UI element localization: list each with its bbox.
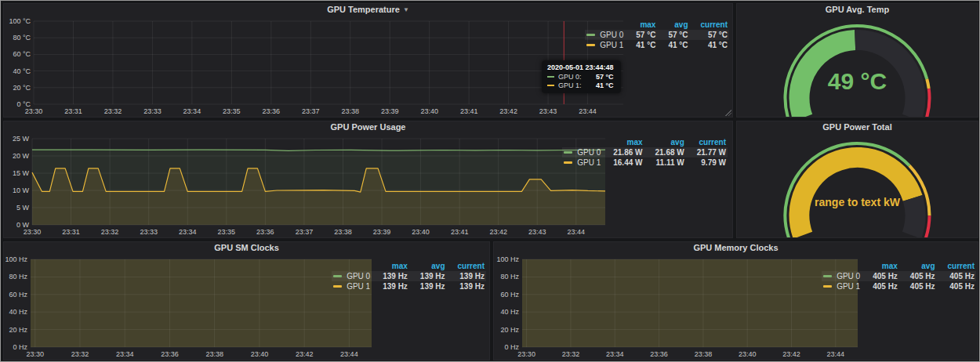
legend-row: GPU 0405 Hz405 Hz405 Hz [822, 271, 976, 281]
series-name[interactable]: GPU 0 [347, 272, 370, 281]
tooltip-series-row: GPU 0:57 °C [547, 73, 614, 81]
legend-header: max [372, 261, 409, 271]
grafana-dashboard: GPU Temperature▼ 0 °C20 °C40 °C60 °C80 °… [0, 0, 980, 362]
panel-title-gpu-temperature[interactable]: GPU Temperature▼ [4, 4, 732, 16]
panel-title-text: GPU Temperature [327, 5, 400, 14]
x-axis-tick-label: 23:39 [381, 107, 399, 115]
chart-canvas[interactable]: 0 W5 W10 W15 W20 W25 W23:3023:3123:3223:… [5, 134, 613, 237]
legend-header: current [690, 20, 729, 30]
legend-series[interactable]: GPU 1 [585, 40, 625, 50]
legend-row: GPU 1139 Hz139 Hz139 Hz [332, 281, 486, 291]
legend-header: max [602, 137, 644, 147]
gpu-memory-clocks-chart[interactable]: 0 Hz20 Hz40 Hz60 Hz80 Hz100 Hz23:3023:32… [495, 255, 862, 360]
legend-value: 57 °C [690, 30, 729, 40]
x-axis-tick-label: 23:30 [24, 228, 42, 236]
legend-row: GPU 057 °C57 °C57 °C [585, 30, 729, 40]
gauge-threshold-segment [925, 215, 930, 237]
y-axis-tick-label: 20 °C [13, 84, 31, 92]
x-axis-tick-label: 23:30 [517, 350, 535, 358]
legend-series[interactable]: GPU 1 [822, 281, 862, 291]
chart-canvas[interactable]: 0 °C20 °C40 °C60 °C80 °C100 °C23:3023:31… [5, 16, 626, 117]
gauge-value: 49 °C [737, 68, 978, 95]
x-axis-tick-label: 23:32 [101, 228, 119, 236]
tooltip-series-value: 57 °C [596, 73, 614, 81]
legend-series[interactable]: GPU 0 [332, 271, 372, 281]
y-axis-tick-label: 40 Hz [9, 308, 27, 316]
panel-gpu-temperature: GPU Temperature▼ 0 °C20 °C40 °C60 °C80 °… [3, 3, 733, 118]
y-axis-tick-label: 80 Hz [9, 273, 27, 281]
x-axis-tick-label: 23:36 [263, 107, 281, 115]
y-axis-tick-label: 15 W [13, 169, 30, 177]
series-color-swatch [547, 76, 554, 78]
x-axis-tick-label: 23:40 [420, 107, 438, 115]
x-axis-tick-label: 23:40 [251, 350, 269, 358]
legend-row: GPU 116.44 W11.11 W9.79 W [562, 157, 728, 168]
y-axis-tick-label: 20 W [13, 152, 30, 160]
series-name[interactable]: GPU 1 [577, 158, 601, 167]
legend-value: 41 °C [690, 40, 729, 50]
legend-value: 405 Hz [862, 281, 899, 291]
x-axis-tick-label: 23:35 [218, 228, 236, 236]
series-color-swatch [586, 34, 595, 36]
legend-value: 139 Hz [447, 281, 486, 291]
y-axis-tick-label: 100 Hz [5, 255, 27, 263]
panel-title-gpu-avg-temp[interactable]: GPU Avg. Temp [737, 4, 978, 16]
panel-title-gpu-power-total[interactable]: GPU Power Total [737, 121, 978, 134]
gpu-temperature-chart[interactable]: 0 °C20 °C40 °C60 °C80 °C100 °C23:3023:31… [5, 16, 626, 117]
legend-series[interactable]: GPU 0 [585, 30, 625, 40]
legend-series[interactable]: GPU 0 [822, 271, 862, 281]
series-color-swatch [547, 85, 554, 86]
series-name[interactable]: GPU 1 [837, 282, 860, 291]
tooltip-series-value: 41 °C [596, 81, 614, 89]
series-name[interactable]: GPU 1 [347, 282, 370, 291]
series-color-swatch [586, 44, 595, 46]
legend-value: 139 Hz [372, 271, 409, 281]
gauge-canvas [737, 16, 978, 117]
series-name[interactable]: GPU 0 [600, 31, 623, 39]
y-axis-tick-label: 20 Hz [9, 326, 27, 334]
y-axis-tick-label: 100 Hz [496, 255, 519, 263]
panel-title-gpu-power-usage[interactable]: GPU Power Usage [4, 121, 732, 134]
legend-series[interactable]: GPU 1 [562, 157, 602, 168]
x-axis-tick-label: 23:32 [71, 350, 89, 358]
panel-title-text: GPU Avg. Temp [826, 5, 890, 14]
x-axis-tick-label: 23:30 [26, 350, 44, 358]
series-name[interactable]: GPU 0 [577, 148, 601, 157]
legend-value: 9.79 W [686, 157, 728, 168]
x-axis-tick-label: 23:31 [62, 228, 80, 236]
legend-row: GPU 0139 Hz139 Hz139 Hz [332, 271, 486, 281]
x-axis-tick-label: 23:33 [140, 228, 158, 236]
y-axis-tick-label: 80 Hz [500, 273, 519, 281]
x-axis-tick-label: 23:43 [539, 107, 557, 115]
legend-value: 405 Hz [899, 281, 937, 291]
y-axis-tick-label: 60 °C [13, 50, 31, 58]
x-axis-tick-label: 23:41 [451, 228, 469, 236]
gpu-sm-clocks-chart[interactable]: 0 Hz20 Hz40 Hz60 Hz80 Hz100 Hz23:3023:32… [5, 255, 378, 360]
legend-value: 41 °C [625, 40, 657, 50]
x-axis-tick-label: 23:39 [373, 228, 391, 236]
panel-resize-grip[interactable] [725, 110, 731, 116]
x-axis-tick-label: 23:34 [179, 228, 197, 236]
chart-canvas[interactable]: 0 Hz20 Hz40 Hz60 Hz80 Hz100 Hz23:3023:32… [5, 255, 378, 360]
legend-series[interactable]: GPU 1 [332, 281, 372, 291]
legend-row: GPU 021.86 W21.68 W21.77 W [562, 147, 728, 157]
x-axis-tick-label: 23:42 [296, 350, 314, 358]
legend-header: avg [409, 261, 447, 271]
panel-title-text: GPU Power Total [822, 122, 891, 132]
gpu-power-usage-chart[interactable]: 0 W5 W10 W15 W20 W25 W23:3023:3123:3223:… [5, 134, 613, 237]
series-name[interactable]: GPU 1 [600, 41, 623, 49]
panel-gpu-memory-clocks: GPU Memory Clocks 0 Hz20 Hz40 Hz60 Hz80 … [493, 241, 978, 360]
legend-header: max [862, 261, 899, 271]
series-name[interactable]: GPU 0 [837, 272, 860, 281]
gpu-avg-temp-gauge: 49 °C [737, 16, 978, 117]
legend-value: 405 Hz [937, 281, 976, 291]
x-axis-tick-label: 23:43 [528, 228, 546, 236]
panel-title-gpu-sm-clocks[interactable]: GPU SM Clocks [4, 242, 489, 255]
panel-title-text: GPU SM Clocks [214, 243, 279, 252]
x-axis-tick-label: 23:38 [341, 107, 359, 115]
legend-series[interactable]: GPU 0 [562, 147, 602, 157]
panel-title-gpu-memory-clocks[interactable]: GPU Memory Clocks [494, 242, 978, 255]
y-axis-tick-label: 40 Hz [500, 308, 519, 316]
legend-value: 16.44 W [602, 157, 644, 168]
chart-canvas[interactable]: 0 Hz20 Hz40 Hz60 Hz80 Hz100 Hz23:3023:32… [495, 255, 862, 360]
